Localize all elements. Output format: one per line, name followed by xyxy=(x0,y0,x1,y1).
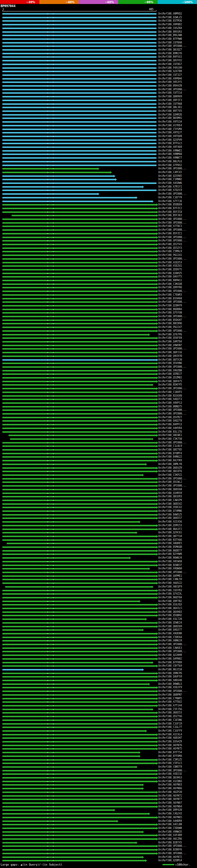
alignment-bar[interactable] xyxy=(2,229,156,230)
alignment-bar[interactable] xyxy=(2,694,156,695)
alignment-bar[interactable] xyxy=(2,302,156,303)
alignment-bar[interactable] xyxy=(2,857,142,858)
hit-accession-label[interactable]: UniRef100_Q74Z3L xyxy=(158,592,182,595)
alignment-bar[interactable] xyxy=(2,795,156,797)
alignment-bar[interactable] xyxy=(2,161,156,162)
hit-accession-label[interactable]: UniRef100_Q3HRZ6 xyxy=(158,113,182,116)
alignment-bar[interactable] xyxy=(2,262,156,263)
alignment-bar[interactable] xyxy=(2,327,156,328)
hit-accession-label[interactable]: UniRef100_A6EGH7 xyxy=(158,737,182,740)
alignment-bar[interactable] xyxy=(2,114,156,116)
alignment-bar[interactable] xyxy=(2,514,156,516)
alignment-bar[interactable] xyxy=(2,140,156,141)
alignment-bar[interactable] xyxy=(2,331,156,332)
hit-accession-label[interactable]: UniRef100_UPI000... xyxy=(158,441,187,444)
hit-accession-label[interactable]: UniRef100_A9P0D2 xyxy=(158,23,182,26)
hit-accession-label[interactable]: UniRef100_Q9P420 xyxy=(158,809,182,812)
hit-accession-label[interactable]: UniRef100_B5DGH7 xyxy=(158,319,182,322)
alignment-bar[interactable] xyxy=(2,665,156,666)
alignment-bar[interactable] xyxy=(2,792,156,793)
hit-accession-label[interactable]: UniRef100_B7QMT4 xyxy=(158,452,182,455)
alignment-bar[interactable] xyxy=(2,381,156,382)
hit-accession-label[interactable]: UniRef100_A6YN63 xyxy=(158,783,182,786)
hit-accession-label[interactable]: UniRef100_C5KP22 xyxy=(158,473,182,477)
alignment-bar[interactable] xyxy=(2,698,156,699)
alignment-bar[interactable] xyxy=(2,64,156,65)
hit-accession-label[interactable]: UniRef100_B7FZC2 xyxy=(158,207,182,210)
alignment-bar[interactable] xyxy=(2,359,156,361)
hit-accession-label[interactable]: UniRef100_Q9P7B2 xyxy=(158,600,182,603)
alignment-bar[interactable] xyxy=(2,424,156,425)
alignment-bar[interactable] xyxy=(2,532,136,533)
hit-accession-label[interactable]: UniRef100_A6YN66 xyxy=(158,787,182,790)
hit-accession-label[interactable]: UniRef100_Q63HG3 xyxy=(158,776,182,779)
alignment-bar[interactable] xyxy=(2,539,156,541)
hit-accession-label[interactable]: UniRef100_UPI000... xyxy=(158,845,187,848)
alignment-bar[interactable] xyxy=(2,828,156,829)
hit-accession-label[interactable]: UniRef100_Q6C0T6 xyxy=(158,470,182,473)
alignment-bar[interactable] xyxy=(2,201,152,202)
alignment-bar[interactable] xyxy=(2,316,156,317)
alignment-bar[interactable] xyxy=(2,619,145,620)
alignment-bar[interactable] xyxy=(2,287,156,288)
hit-accession-label[interactable]: UniRef100_B7FR89 xyxy=(158,661,182,664)
alignment-bar[interactable] xyxy=(2,183,156,184)
hit-accession-label[interactable]: UniRef100_Q6EE68 xyxy=(158,488,182,491)
alignment-bar[interactable] xyxy=(2,395,156,397)
alignment-bar[interactable] xyxy=(2,662,152,663)
hit-accession-label[interactable]: UniRef100_B4FGG1 xyxy=(158,55,182,59)
alignment-bar[interactable] xyxy=(2,496,156,497)
alignment-bar[interactable] xyxy=(2,601,139,602)
hit-accession-label[interactable]: UniRef100_C7EWR3 xyxy=(158,293,182,297)
hit-accession-label[interactable]: UniRef100_Q0JQZ7 xyxy=(158,48,182,52)
hit-accession-label[interactable]: UniRef100_UPI000... xyxy=(158,650,187,653)
alignment-bar[interactable] xyxy=(2,284,156,285)
hit-accession-label[interactable]: UniRef100_Q9FIF3 xyxy=(158,99,182,102)
alignment-bar[interactable] xyxy=(2,510,156,512)
alignment-bar[interactable] xyxy=(2,568,149,569)
hit-accession-label[interactable]: UniRef100_A7P0S2 xyxy=(158,164,182,167)
alignment-bar[interactable] xyxy=(2,373,156,375)
hit-accession-label[interactable]: UniRef100_Q29C61 xyxy=(158,531,182,534)
alignment-bar[interactable] xyxy=(2,597,156,598)
hit-accession-label[interactable]: UniRef100_UPI000... xyxy=(158,769,187,772)
alignment-bar[interactable] xyxy=(2,731,145,732)
alignment-bar[interactable] xyxy=(2,103,156,105)
alignment-bar[interactable] xyxy=(2,323,156,324)
hit-accession-label[interactable]: UniRef100_A7Y7J6 xyxy=(158,200,182,203)
alignment-bar[interactable] xyxy=(2,622,156,623)
alignment-bar[interactable] xyxy=(2,684,149,685)
hit-accession-label[interactable]: UniRef100_B5F363 xyxy=(158,214,182,217)
hit-accession-label[interactable]: UniRef100_C5YGM4 xyxy=(158,128,182,131)
alignment-bar[interactable] xyxy=(2,240,156,241)
hit-accession-label[interactable]: UniRef100_A6ZP20 xyxy=(158,791,182,794)
hit-accession-label[interactable]: UniRef100_Q22HH9 xyxy=(158,654,182,657)
hit-accession-label[interactable]: UniRef100_B2B7X5 xyxy=(158,841,182,844)
hit-accession-label[interactable]: UniRef100_B2YHW9 xyxy=(158,553,182,556)
alignment-bar[interactable] xyxy=(2,157,156,159)
alignment-bar[interactable] xyxy=(2,615,156,616)
hit-accession-label[interactable]: UniRef100_UPI000... xyxy=(158,347,187,350)
alignment-bar[interactable] xyxy=(2,655,156,656)
hit-accession-label[interactable]: UniRef100_Q5WE24 xyxy=(158,621,182,624)
hit-accession-label[interactable]: UniRef100_A5DCX2 xyxy=(158,506,182,509)
alignment-bar[interactable] xyxy=(2,723,156,724)
hit-accession-label[interactable]: UniRef100_C1GL77 xyxy=(158,726,182,729)
alignment-bar[interactable] xyxy=(2,248,156,249)
hit-accession-label[interactable]: UniRef100_Q5VAN6 xyxy=(158,362,182,365)
alignment-bar[interactable] xyxy=(2,633,156,634)
alignment-bar[interactable] xyxy=(2,561,156,562)
alignment-bar[interactable] xyxy=(2,781,156,782)
alignment-bar[interactable] xyxy=(10,438,152,440)
hit-accession-label[interactable]: UniRef100_B6W0J4 xyxy=(158,556,182,559)
alignment-bar[interactable] xyxy=(2,507,156,508)
alignment-bar[interactable] xyxy=(2,399,156,400)
hit-accession-label[interactable]: UniRef100_C6T0G7 xyxy=(158,63,182,66)
hit-accession-label[interactable]: UniRef100_Q55ZY3 xyxy=(158,247,182,250)
alignment-bar[interactable] xyxy=(2,554,156,555)
alignment-bar[interactable] xyxy=(2,500,156,501)
hit-accession-label[interactable]: UniRef100_Q8MLY8 xyxy=(158,463,182,466)
alignment-bar[interactable] xyxy=(2,442,156,443)
alignment-bar[interactable] xyxy=(2,702,156,703)
hit-accession-label[interactable]: UniRef100_A9NN77 xyxy=(158,156,182,159)
